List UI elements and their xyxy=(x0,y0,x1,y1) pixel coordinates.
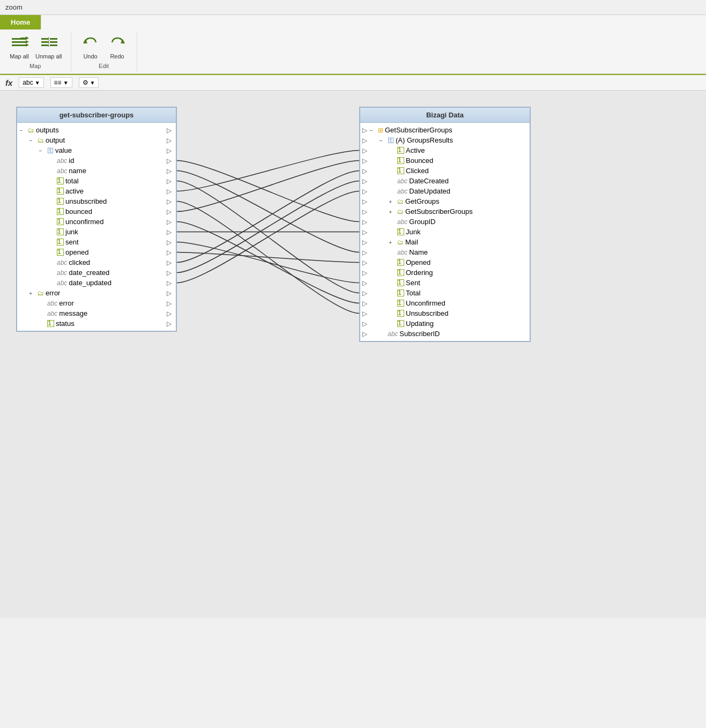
expand-toggle[interactable]: − xyxy=(19,127,27,133)
fx-label: fx xyxy=(5,78,12,87)
svg-marker-4 xyxy=(26,36,29,40)
right-tree-row-Clicked: ▷1 Clicked xyxy=(360,166,530,176)
canvas-area: get-subscriber-groups −🗂 outputs▷−🗂 outp… xyxy=(0,91,706,618)
expand-toggle[interactable]: − xyxy=(29,137,36,144)
num-icon: 1 xyxy=(397,228,404,235)
row-label: unsubscribed xyxy=(65,197,165,205)
num-icon: 1 xyxy=(57,188,64,195)
row-label: Mail xyxy=(405,238,418,246)
output-port[interactable]: ▷ xyxy=(165,127,174,134)
output-port[interactable]: ▷ xyxy=(165,310,174,317)
right-tree-row-Name: ▷abc Name xyxy=(360,247,530,257)
num-icon: 1 xyxy=(397,259,404,266)
output-port[interactable]: ▷ xyxy=(165,239,174,246)
right-tree-row-GetSubscriberGroups2: ▷+🗂 GetSubscriberGroups xyxy=(360,206,530,217)
output-port[interactable]: ▷ xyxy=(165,259,174,266)
input-port[interactable]: ▷ xyxy=(362,218,367,226)
connection-area xyxy=(177,107,359,601)
output-port[interactable]: ▷ xyxy=(165,300,174,307)
row-label: DateCreated xyxy=(409,177,449,185)
num-icon: 1 xyxy=(397,279,404,286)
title-bar: zoom xyxy=(0,0,706,15)
folder-icon: 🗂 xyxy=(397,239,404,246)
row-label: Updating xyxy=(406,320,434,328)
input-port[interactable]: ▷ xyxy=(362,249,367,256)
output-port[interactable]: ▷ xyxy=(165,279,174,287)
input-port[interactable]: ▷ xyxy=(362,208,367,216)
output-port[interactable]: ▷ xyxy=(165,320,174,328)
right-panel-wrap: Bizagi Data ▷−⊞ GetSubscriberGroups▷−⚿ (… xyxy=(359,107,531,342)
formula-settings-label: ⚙ xyxy=(83,79,88,86)
output-port[interactable]: ▷ xyxy=(165,177,174,185)
expand-toggle[interactable]: + xyxy=(389,209,396,215)
num-icon: 1 xyxy=(57,239,64,246)
folder-icon: 🗂 xyxy=(38,137,44,144)
expand-toggle[interactable]: + xyxy=(389,239,396,246)
formula-dropdown-3[interactable]: ⚙ ▼ xyxy=(79,77,99,88)
input-port[interactable]: ▷ xyxy=(362,177,367,185)
input-port[interactable]: ▷ xyxy=(362,330,367,338)
input-port[interactable]: ▷ xyxy=(362,228,367,236)
row-label: Ordering xyxy=(406,269,433,277)
tab-home[interactable]: Home xyxy=(0,15,41,29)
ribbon-group-edit: Undo Redo Edit xyxy=(71,32,137,71)
input-port[interactable]: ▷ xyxy=(362,279,367,287)
input-port[interactable]: ▷ xyxy=(362,167,367,175)
left-tree-body: −🗂 outputs▷−🗂 output▷−⚿ value▷abc id▷abc… xyxy=(17,123,176,331)
redo-button[interactable]: Redo xyxy=(107,34,128,60)
input-port[interactable]: ▷ xyxy=(362,310,367,317)
formula-dropdown-2[interactable]: ≡≡ ▼ xyxy=(50,77,72,88)
right-tree-row-GetSubscriberGroups: ▷−⊞ GetSubscriberGroups xyxy=(360,125,530,135)
row-label: (A) GroupsResults xyxy=(396,136,453,144)
expand-toggle[interactable]: + xyxy=(29,290,36,296)
row-label: name xyxy=(69,167,165,175)
expand-toggle[interactable]: − xyxy=(369,127,377,133)
output-port[interactable]: ▷ xyxy=(165,188,174,195)
input-port[interactable]: ▷ xyxy=(362,127,367,134)
undo-button[interactable]: Undo xyxy=(80,34,101,60)
input-port[interactable]: ▷ xyxy=(362,289,367,297)
output-port[interactable]: ▷ xyxy=(165,289,174,297)
expand-toggle[interactable]: − xyxy=(379,137,387,144)
output-port[interactable]: ▷ xyxy=(165,208,174,216)
undo-label: Undo xyxy=(83,53,97,60)
map-all-button[interactable]: Map all xyxy=(9,34,30,60)
input-port[interactable]: ▷ xyxy=(362,239,367,246)
row-label: Unsubscribed xyxy=(406,309,449,317)
output-port[interactable]: ▷ xyxy=(165,198,174,205)
expand-toggle[interactable]: + xyxy=(389,198,396,205)
input-port[interactable]: ▷ xyxy=(362,198,367,205)
expand-toggle[interactable]: − xyxy=(39,147,46,154)
output-port[interactable]: ▷ xyxy=(165,249,174,256)
input-port[interactable]: ▷ xyxy=(362,300,367,307)
row-label: unconfirmed xyxy=(65,218,165,226)
output-port[interactable]: ▷ xyxy=(165,269,174,277)
output-port[interactable]: ▷ xyxy=(165,228,174,236)
num-icon: 1 xyxy=(57,198,64,205)
output-port[interactable]: ▷ xyxy=(165,157,174,165)
connection-active-to-Active xyxy=(177,151,359,191)
output-port[interactable]: ▷ xyxy=(165,147,174,154)
left-tree-row-id: abc id▷ xyxy=(17,155,176,166)
input-port[interactable]: ▷ xyxy=(362,320,367,328)
abc-icon: abc xyxy=(47,310,57,317)
input-port[interactable]: ▷ xyxy=(362,157,367,165)
right-tree-row-Ordering: ▷1 Ordering xyxy=(360,268,530,278)
row-label: message xyxy=(59,309,165,317)
unmap-all-button[interactable]: Unmap all xyxy=(35,34,62,60)
output-port[interactable]: ▷ xyxy=(165,167,174,175)
input-port[interactable]: ▷ xyxy=(362,188,367,195)
unmap-all-icon xyxy=(39,34,58,53)
connection-date_updated-to-DateUpdated xyxy=(177,191,359,283)
input-port[interactable]: ▷ xyxy=(362,269,367,277)
output-port[interactable]: ▷ xyxy=(165,218,174,226)
left-tree-row-status: 1 status▷ xyxy=(17,318,176,329)
left-tree-row-bounced: 1 bounced▷ xyxy=(17,206,176,217)
row-label: GroupID xyxy=(409,218,435,226)
row-label: Clicked xyxy=(406,167,429,175)
input-port[interactable]: ▷ xyxy=(362,137,367,144)
formula-dropdown-1[interactable]: abc ▼ xyxy=(19,77,43,88)
input-port[interactable]: ▷ xyxy=(362,259,367,266)
output-port[interactable]: ▷ xyxy=(165,137,174,144)
input-port[interactable]: ▷ xyxy=(362,147,367,154)
